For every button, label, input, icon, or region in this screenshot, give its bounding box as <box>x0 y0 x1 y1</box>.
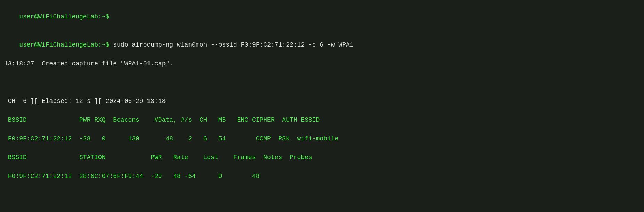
command-user-label: user@WiFiChallengeLab <box>19 41 98 48</box>
prev-separator: :~$ <box>98 13 109 20</box>
empty-line-3 <box>4 87 640 97</box>
empty-line-2 <box>4 78 640 87</box>
ap-column-headers: BSSID PWR RXQ Beacons #Data, #/s CH MB E… <box>4 115 640 125</box>
ch-elapsed-line: CH 6 ][ Elapsed: 12 s ][ 2024-06-29 13:1… <box>4 97 640 106</box>
prev-prompt-line: user@WiFiChallengeLab:~$ <box>4 3 640 31</box>
command-text: sudo airodump-ng wlan0mon --bssid F0:9F:… <box>109 41 353 48</box>
station-column-headers: BSSID STATION PWR Rate Lost Frames Notes… <box>4 153 640 162</box>
terminal-window: user@WiFiChallengeLab:~$ user@WiFiChalle… <box>0 0 644 212</box>
ap-data-row: F0:9F:C2:71:22:12 -28 0 130 48 2 6 54 CC… <box>4 134 640 144</box>
command-line: user@WiFiChallengeLab:~$ sudo airodump-n… <box>4 31 640 59</box>
capture-info-line: 13:18:27 Created capture file "WPA1-01.c… <box>4 59 640 68</box>
empty-line-6 <box>4 144 640 153</box>
station-data-row: F0:9F:C2:71:22:12 28:6C:07:6F:F9:44 -29 … <box>4 172 640 181</box>
empty-line-4 <box>4 106 640 115</box>
empty-line-1 <box>4 68 640 78</box>
prev-user-label: user@WiFiChallengeLab <box>19 13 98 20</box>
empty-line-7 <box>4 162 640 172</box>
empty-line-5 <box>4 125 640 134</box>
command-separator: :~$ <box>98 41 109 48</box>
prev-command <box>109 13 113 20</box>
